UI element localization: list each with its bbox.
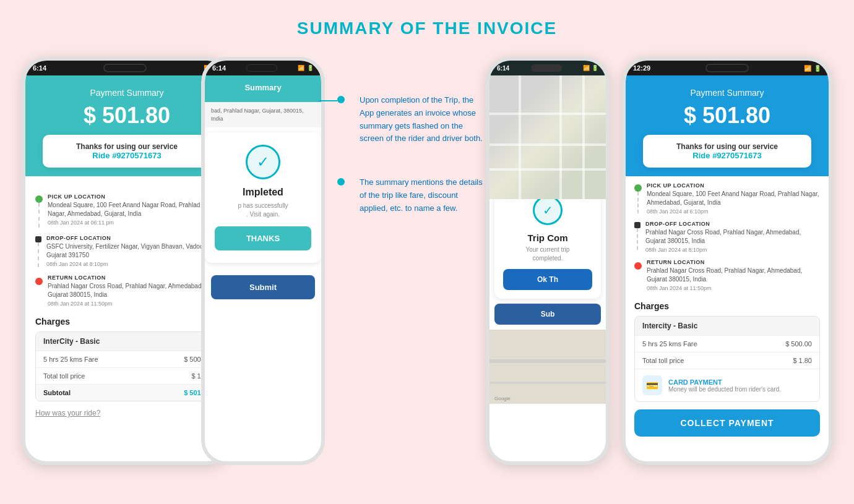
- submit-button[interactable]: Submit: [211, 275, 315, 299]
- phone1-thanks-card: Thanks for using our service Ride #92705…: [43, 135, 211, 168]
- phone4: 12:29 📶 🔋 Payment Summary $ 501.80 Thank…: [622, 57, 832, 465]
- phone4-notch: [705, 64, 749, 72]
- phone4-time: 12:29: [633, 64, 650, 72]
- wifi-icon3: 📶: [583, 65, 590, 71]
- phone4-header-title: Payment Summary: [636, 88, 819, 98]
- phone1-toll-label: Total toll price: [43, 372, 85, 380]
- phone1-subtotal-label: Subtotal: [43, 389, 71, 396]
- phone1-dropoff-time: 08th Jan 2024 at 8:10pm: [46, 261, 218, 267]
- p4-dropoff-dot: [634, 222, 640, 228]
- phone4-header: Payment Summary $ 501.80: [626, 75, 829, 143]
- info-text-1: Upon completion of the Trip, the App gen…: [350, 94, 486, 145]
- phone1-body: PICK UP LOCATION Mondeal Square, 100 Fee…: [25, 176, 228, 427]
- map-area: [490, 75, 606, 199]
- phone2-time: 6:14: [212, 64, 226, 72]
- phone1-fare-row: 5 hrs 25 kms Fare $ 500.00: [36, 351, 218, 367]
- phone4-toll-amount: $ 1.80: [793, 357, 812, 364]
- phone2-status-bar: 6:14 📶 🔋: [205, 61, 321, 75]
- phone3-time: 6:14: [497, 65, 509, 72]
- phone4-locations: PICK UP LOCATION Mondeal Square, 100 Fee…: [634, 182, 820, 291]
- phone4-dropoff-address: Prahlad Nagar Cross Road, Prahlad Nagar,…: [645, 228, 820, 246]
- card-payment-info: CARD PAYMENT Money will be deducted from…: [668, 378, 781, 393]
- phone1-amount: $ 501.80: [35, 103, 218, 129]
- phone1-charges-title: Charges: [35, 317, 218, 327]
- phone2-header-text: Summary: [215, 83, 311, 92]
- phone1-subtotal-row: Subtotal $ 501.80: [36, 384, 218, 401]
- phone1-pickup-label: PICK UP LOCATION: [48, 194, 218, 200]
- trip-checkmark-icon: ✓: [543, 203, 553, 218]
- phone4-card-payment: 💳 CARD PAYMENT Money will be deducted fr…: [635, 369, 819, 401]
- phone4-card-desc: Money will be deducted from rider's card…: [668, 386, 781, 393]
- phone1-header-title: Payment Summary: [35, 88, 218, 98]
- phone4-pickup-address: Mondeal Square, 100 Feet Anand Nagar Roa…: [647, 190, 820, 207]
- phone4-dropoff-label: DROP-OFF LOCATION: [645, 221, 820, 227]
- phone1-dropoff-label: DROP-OFF LOCATION: [46, 235, 218, 241]
- phone3-sub-area: Sub: [490, 299, 606, 330]
- phone1-return-time: 08th Jan 2024 at 11:50pm: [48, 301, 218, 307]
- dropoff-dot: [35, 236, 41, 242]
- phone4-thanks-card: Thanks for using our service Ride #92705…: [643, 135, 811, 168]
- phone2-status-icons: 📶 🔋: [298, 65, 314, 71]
- phone2-completed-subtitle: p has successfully. Visit again.: [215, 202, 311, 219]
- phone4-dropoff-time: 08th Jan 2024 at 8:10pm: [645, 247, 820, 253]
- phone4-charge-box: Intercity - Basic 5 hrs 25 kms Fare $ 50…: [634, 316, 820, 402]
- phone4-return-address: Prahlad Nagar Cross Road, Prahlad Nagar,…: [647, 267, 820, 284]
- battery-icon4: 🔋: [814, 65, 821, 72]
- phone4-pickup-time: 08th Jan 2024 at 6:10pm: [647, 208, 820, 215]
- phone3-trip-card: ✓ Trip Com Your current tripcompleted. O…: [494, 187, 601, 299]
- phone1-toll-row: Total toll price $ 1.80: [36, 367, 218, 384]
- wifi-icon2: 📶: [298, 65, 304, 71]
- phone4-charge-box-title: Intercity - Basic: [635, 317, 819, 335]
- battery-icon2: 🔋: [307, 65, 314, 71]
- battery-icon3: 🔋: [592, 65, 598, 71]
- phone4-status-icons: 📶 🔋: [804, 65, 821, 72]
- info-text-2: The summary mentions the details of the …: [350, 176, 486, 215]
- check-circle: ✓: [246, 145, 280, 179]
- phone4-fare-row: 5 hrs 25 kms Fare $ 500.00: [635, 335, 819, 352]
- phone2-completed-card: ✓ lmpleted p has successfully. Visit aga…: [205, 132, 321, 263]
- sub-button[interactable]: Sub: [494, 304, 601, 325]
- phone2-submit-area: Submit: [205, 268, 321, 299]
- phone4-amount: $ 501.80: [636, 103, 819, 129]
- phone4-card-label: CARD PAYMENT: [668, 378, 781, 386]
- ok-button[interactable]: Ok Th: [503, 269, 592, 290]
- phone4-toll-row: Total toll price $ 1.80: [635, 352, 819, 369]
- phone1-charge-box: InterCity - Basic 5 hrs 25 kms Fare $ 50…: [35, 331, 218, 401]
- wifi-icon4: 📶: [804, 65, 811, 72]
- pickup-dot: [35, 195, 43, 203]
- phone4-toll-label: Total toll price: [642, 357, 684, 364]
- phone4-fare-amount: $ 500.00: [785, 340, 812, 348]
- info-section: Upon completion of the Trip, the App gen…: [325, 57, 498, 215]
- phone4-body: PICK UP LOCATION Mondeal Square, 100 Fee…: [626, 182, 829, 446]
- thanks-button[interactable]: THANKS: [215, 226, 311, 250]
- phone1-fare-label: 5 hrs 25 kms Fare: [43, 356, 98, 363]
- phone4-status-bar: 12:29 📶 🔋: [626, 61, 829, 75]
- phone4-charges-title: Charges: [634, 301, 820, 311]
- phone1-pickup-time: 08th Jan 2024 at 06:11 pm: [48, 220, 218, 226]
- page-title: SUMMARY OF THE INVOICE: [297, 19, 557, 38]
- return-dot: [35, 278, 43, 285]
- phone3-status-bar: 6:14 📶 🔋: [490, 61, 606, 75]
- phone1-how-was: How was your ride?: [35, 409, 218, 417]
- card-icon-wrap: 💳: [642, 375, 662, 395]
- phone4-fare-label: 5 hrs 25 kms Fare: [642, 340, 697, 348]
- phone1-time: 6:14: [33, 64, 46, 72]
- phone1-notch: [103, 64, 147, 72]
- phone4-ride-id: Ride #9270571673: [653, 151, 801, 160]
- collect-payment-button[interactable]: COLLECT PAYMENT: [634, 409, 820, 437]
- p4-pickup-dot: [634, 184, 642, 192]
- checkmark-icon: ✓: [257, 153, 269, 171]
- phone4-charges: Charges Intercity - Basic 5 hrs 25 kms F…: [634, 301, 820, 437]
- phone2: 6:14 📶 🔋 Summary bad, Prahlad Nagar, Guj…: [201, 57, 325, 465]
- phone4-thanks-text: Thanks for using our service: [653, 142, 801, 151]
- phone1-pickup-address: Mondeal Square, 100 Feet Anand Nagar Roa…: [48, 201, 218, 218]
- trip-check-circle: ✓: [533, 195, 563, 225]
- phone1-charge-box-title: InterCity - Basic: [36, 332, 218, 351]
- phone2-completed-title: lmpleted: [215, 187, 311, 198]
- map-background: [490, 75, 606, 199]
- phone1-status-bar: 6:14 📶 🔋: [25, 61, 228, 75]
- phone3-status-icons: 📶 🔋: [583, 65, 598, 71]
- phone1-ride-id: Ride #9270571673: [53, 151, 201, 160]
- credit-card-icon: 💳: [646, 380, 658, 391]
- p4-return-dot: [634, 262, 642, 270]
